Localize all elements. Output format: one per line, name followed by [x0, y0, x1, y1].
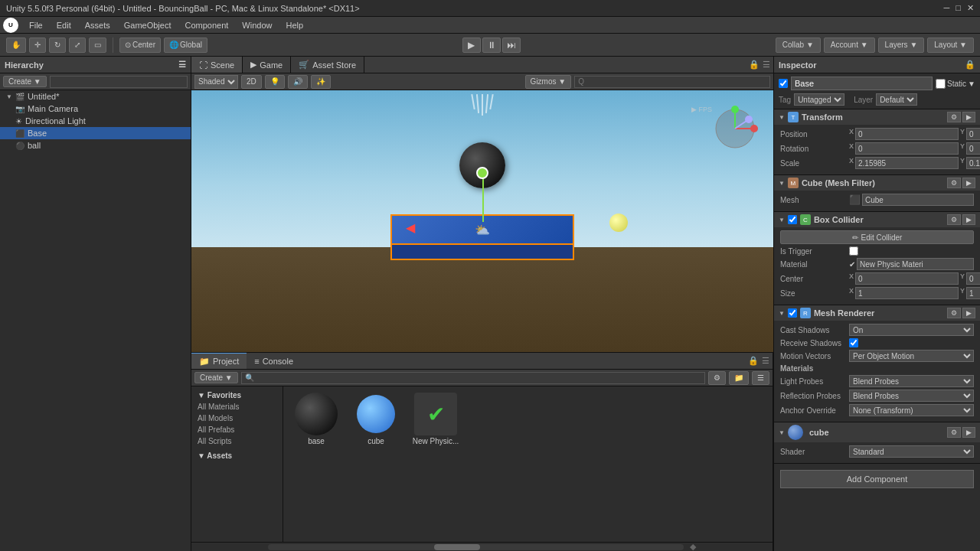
material-more-btn[interactable]: ▶ [962, 427, 975, 438]
panel-lock-icon2[interactable]: 🔒 [748, 356, 759, 366]
box-collider-settings-btn[interactable]: ⚙ [947, 214, 961, 225]
2d-btn[interactable]: 2D [241, 75, 262, 89]
add-component-btn[interactable]: Add Component [780, 470, 974, 488]
layout-btn[interactable]: Layout ▼ [927, 37, 974, 53]
material-input[interactable] [857, 258, 974, 270]
close-icon[interactable]: ✕ [967, 3, 974, 13]
light-probes-select[interactable]: Blend Probes [849, 375, 974, 387]
sidebar-all-models[interactable]: All Models [191, 412, 283, 424]
sidebar-all-prefabs[interactable]: All Prefabs [191, 424, 283, 435]
assets-header[interactable]: ▼ Assets [191, 450, 283, 461]
motion-vectors-select[interactable]: Per Object Motion [849, 350, 974, 362]
rot-y[interactable] [966, 142, 980, 155]
receive-shadows-checkbox[interactable] [849, 338, 858, 347]
favorites-header[interactable]: ▼ Favorites [191, 390, 283, 401]
mesh-filter-more-btn[interactable]: ▶ [962, 178, 975, 188]
hierarchy-menu-icon[interactable]: ☰ [178, 60, 186, 70]
tab-asset-store[interactable]: 🛒 Asset Store [291, 57, 364, 73]
scene-viewport[interactable]: ◀ ⛅ [191, 90, 773, 352]
step-btn[interactable]: ⏭ [502, 37, 521, 53]
hierarchy-item-dirlight[interactable]: ☀ Directional Light [0, 115, 191, 127]
asset-base[interactable]: base [289, 393, 343, 445]
project-search[interactable] [241, 372, 705, 384]
sidebar-all-scripts[interactable]: All Scripts [191, 435, 283, 447]
object-enabled-checkbox[interactable] [779, 79, 788, 88]
scrollbar-track[interactable] [268, 544, 684, 550]
shaded-select[interactable]: Shaded [194, 75, 238, 89]
collab-btn[interactable]: Collab ▼ [776, 37, 821, 53]
menu-window[interactable]: Window [236, 19, 278, 31]
material-settings-btn[interactable]: ⚙ [947, 427, 961, 438]
rotate-tool[interactable]: ↻ [49, 37, 66, 53]
rect-tool[interactable]: ▭ [89, 37, 106, 53]
asset-physic[interactable]: ✔ New Physic... [409, 393, 462, 445]
search-btn[interactable]: ⚙ [708, 371, 726, 385]
inspector-lock-icon[interactable]: 🔒 [965, 60, 975, 70]
minimize-icon[interactable]: ─ [944, 3, 950, 13]
box-collider-more-btn[interactable]: ▶ [962, 214, 975, 225]
layers-btn[interactable]: Layers ▼ [878, 37, 925, 53]
tab-project[interactable]: 📁 Project [191, 353, 247, 369]
anchor-override-select[interactable]: None (Transform) [849, 404, 974, 416]
play-btn[interactable]: ▶ [462, 37, 481, 53]
tab-game[interactable]: ▶ Game [243, 57, 291, 73]
scale-tool[interactable]: ⤢ [69, 37, 86, 53]
pause-btn[interactable]: ⏸ [482, 37, 501, 53]
list-btn[interactable]: ☰ [752, 371, 769, 385]
mesh-filter-settings-btn[interactable]: ⚙ [947, 178, 961, 188]
maximize-icon[interactable]: □ [956, 3, 961, 13]
gizmos-btn[interactable]: Gizmos ▼ [525, 75, 572, 89]
hand-tool[interactable]: ✋ [6, 37, 26, 53]
global-btn[interactable]: 🌐 Global [164, 37, 207, 53]
menu-assets[interactable]: Assets [79, 19, 116, 31]
hierarchy-search[interactable] [50, 76, 188, 88]
sidebar-all-materials[interactable]: All Materials [191, 401, 283, 412]
menu-help[interactable]: Help [279, 19, 309, 31]
center-x[interactable] [855, 272, 959, 285]
transform-settings-btn[interactable]: ⚙ [947, 112, 961, 122]
pos-y[interactable] [966, 128, 980, 140]
scale-x[interactable] [855, 157, 959, 169]
audio-btn[interactable]: 🔊 [288, 75, 308, 89]
mesh-renderer-settings-btn[interactable]: ⚙ [947, 308, 961, 318]
mesh-renderer-more-btn[interactable]: ▶ [962, 308, 975, 318]
panel-lock-icon[interactable]: 🔒 [749, 60, 760, 70]
scene-search[interactable] [574, 76, 770, 88]
center-btn[interactable]: ⊙ Center [119, 37, 161, 53]
edit-collider-btn[interactable]: ✏ Edit Collider [780, 230, 974, 244]
is-trigger-checkbox[interactable] [849, 246, 858, 256]
size-y[interactable] [966, 287, 980, 299]
shader-select[interactable]: Standard [849, 445, 974, 458]
rot-x[interactable] [855, 142, 959, 155]
tab-console[interactable]: ≡ Console [247, 353, 301, 369]
menu-gameobject[interactable]: GameObject [118, 19, 178, 31]
layer-select[interactable]: Default [876, 93, 917, 106]
material-header[interactable]: ▼ cube ⚙ ▶ [774, 422, 980, 442]
asset-cube[interactable]: cube [349, 393, 403, 445]
pos-x[interactable] [855, 128, 959, 140]
hierarchy-item-maincamera[interactable]: 📷 Main Camera [0, 103, 191, 115]
effects-btn[interactable]: ✨ [311, 75, 331, 89]
account-btn[interactable]: Account ▼ [824, 37, 875, 53]
lighting-btn[interactable]: 💡 [265, 75, 285, 89]
box-collider-header[interactable]: ▼ C Box Collider ⚙ ▶ [774, 212, 980, 227]
transform-more-btn[interactable]: ▶ [962, 112, 975, 122]
box-collider-enabled[interactable] [788, 215, 797, 224]
move-tool[interactable]: ✛ [29, 37, 46, 53]
menu-edit[interactable]: Edit [51, 19, 77, 31]
object-name-input[interactable] [791, 77, 933, 90]
scrollbar-thumb[interactable] [434, 544, 480, 550]
static-checkbox[interactable] [936, 79, 946, 89]
tab-scene[interactable]: ⛶ Scene [191, 57, 243, 73]
mesh-renderer-header[interactable]: ▼ R Mesh Renderer ⚙ ▶ [774, 305, 980, 321]
panel-menu-icon2[interactable]: ☰ [762, 356, 769, 366]
tag-select[interactable]: Untagged [794, 93, 844, 106]
hierarchy-item-ball[interactable]: ⚫ ball [0, 139, 191, 152]
cast-shadows-select[interactable]: On [849, 324, 974, 336]
reflection-probes-select[interactable]: Blend Probes [849, 390, 974, 402]
static-toggle[interactable]: Static ▼ [936, 79, 975, 89]
folder-btn[interactable]: 📁 [729, 371, 749, 385]
hierarchy-create-btn[interactable]: Create ▼ [3, 76, 47, 87]
mesh-input[interactable] [862, 194, 974, 206]
scale-y[interactable] [966, 157, 980, 169]
